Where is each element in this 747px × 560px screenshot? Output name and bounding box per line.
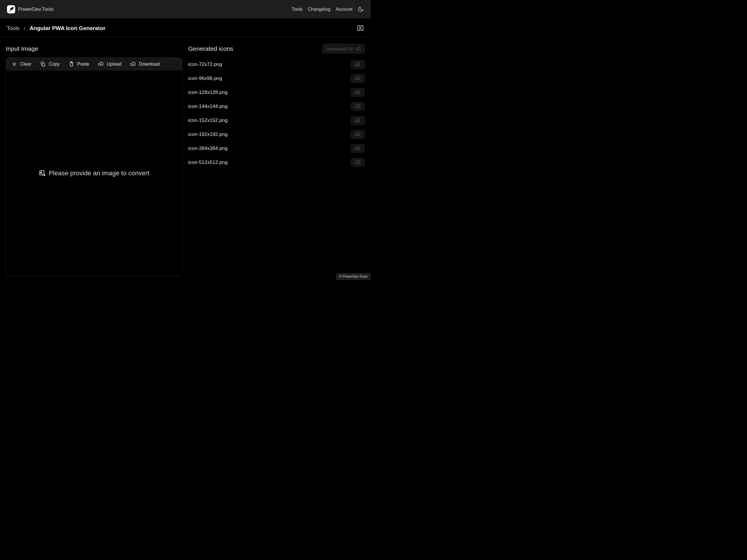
breadcrumb: Tools Angular PWA Icon Generator xyxy=(7,25,105,31)
generated-item-name: icon-144x144.png xyxy=(188,104,228,109)
wrench-icon xyxy=(8,6,14,12)
download-button[interactable]: Download xyxy=(130,61,160,67)
input-column: Input Image Clear Copy Paste Upload xyxy=(6,43,182,276)
generated-item-name: icon-152x152.png xyxy=(188,117,228,123)
download-zip-label: Download ZIP xyxy=(326,46,353,51)
cloud-download-icon xyxy=(355,145,361,151)
footer-badge: © PowerDev.Tools xyxy=(336,273,370,280)
image-download-icon xyxy=(39,170,46,177)
generated-item-name: icon-384x384.png xyxy=(188,145,228,151)
cloud-upload-icon xyxy=(98,61,104,67)
upload-label: Upload xyxy=(107,61,122,67)
upload-button[interactable]: Upload xyxy=(98,61,122,67)
clear-button[interactable]: Clear xyxy=(11,61,31,67)
paste-icon xyxy=(69,61,74,67)
download-item-button[interactable] xyxy=(351,88,365,97)
cloud-download-icon xyxy=(355,104,361,109)
cloud-download-icon xyxy=(355,160,361,165)
input-card: Clear Copy Paste Upload Download xyxy=(6,57,182,276)
input-heading-row: Input Image xyxy=(6,43,182,55)
book-icon[interactable] xyxy=(357,25,364,32)
x-icon xyxy=(11,61,17,67)
download-item-button[interactable] xyxy=(351,144,365,153)
paste-label: Paste xyxy=(77,61,89,67)
breadcrumb-bar: Tools Angular PWA Icon Generator xyxy=(1,20,370,37)
download-item-button[interactable] xyxy=(351,116,365,125)
generated-row: icon-128x128.png xyxy=(188,85,365,100)
download-label: Download xyxy=(139,61,160,67)
cloud-download-icon xyxy=(355,76,361,81)
download-zip-button[interactable]: Download ZIP xyxy=(322,44,365,54)
input-title: Input Image xyxy=(6,45,38,52)
generated-item-name: icon-96x96.png xyxy=(188,76,222,81)
chevron-right-icon xyxy=(23,26,27,30)
cloud-download-icon xyxy=(355,89,361,96)
brand-name: PowerDev.Tools xyxy=(18,6,54,12)
generated-item-name: icon-72x72.png xyxy=(188,61,222,68)
cloud-download-icon xyxy=(130,61,136,67)
generated-row: icon-384x384.png xyxy=(188,141,365,156)
generated-row: icon-144x144.png xyxy=(188,100,365,113)
moon-icon[interactable] xyxy=(358,6,364,12)
paste-button[interactable]: Paste xyxy=(69,61,89,67)
copy-button[interactable]: Copy xyxy=(40,61,59,67)
download-item-button[interactable] xyxy=(351,158,365,167)
download-item-button[interactable] xyxy=(351,74,365,83)
download-item-button[interactable] xyxy=(351,60,365,69)
generated-list: icon-72x72.pngicon-96x96.pngicon-128x128… xyxy=(188,57,365,169)
cloud-download-icon xyxy=(356,46,361,51)
nav-tools[interactable]: Tools xyxy=(291,7,302,12)
cloud-download-icon xyxy=(355,117,361,123)
copy-icon xyxy=(40,61,46,67)
generated-row: icon-192x192.png xyxy=(188,128,365,141)
generated-heading-row: Generated icons Download ZIP xyxy=(188,43,365,55)
clear-label: Clear xyxy=(20,61,31,67)
generated-row: icon-96x96.png xyxy=(188,72,365,85)
generated-row: icon-512x512.png xyxy=(188,156,365,169)
subbar-wrap: Tools Angular PWA Icon Generator xyxy=(0,18,370,37)
download-item-button[interactable] xyxy=(351,102,365,111)
svg-rect-3 xyxy=(40,170,44,175)
nav-account[interactable]: Account xyxy=(336,7,353,12)
main: Input Image Clear Copy Paste Upload xyxy=(0,37,370,276)
copy-label: Copy xyxy=(49,61,59,67)
cloud-download-icon xyxy=(355,61,361,68)
svg-rect-0 xyxy=(42,63,45,66)
generated-row: icon-72x72.png xyxy=(188,57,365,72)
page-title: Angular PWA Icon Generator xyxy=(29,25,105,31)
generated-item-name: icon-512x512.png xyxy=(188,160,228,165)
input-toolbar: Clear Copy Paste Upload Download xyxy=(6,58,182,71)
app-header: PowerDev.Tools Tools Changelog Account xyxy=(0,0,370,18)
generated-row: icon-152x152.png xyxy=(188,113,365,128)
drop-area[interactable]: Please provide an image to convert xyxy=(6,71,182,276)
brand[interactable]: PowerDev.Tools xyxy=(7,5,54,14)
drop-placeholder: Please provide an image to convert xyxy=(49,169,149,177)
breadcrumb-root[interactable]: Tools xyxy=(7,25,20,31)
generated-item-name: icon-128x128.png xyxy=(188,89,228,96)
generated-title: Generated icons xyxy=(188,45,233,52)
cloud-download-icon xyxy=(355,132,361,137)
nav-changelog[interactable]: Changelog xyxy=(308,7,330,12)
brand-logo xyxy=(7,5,15,14)
nav: Tools Changelog Account xyxy=(291,6,364,12)
generated-item-name: icon-192x192.png xyxy=(188,132,228,137)
download-item-button[interactable] xyxy=(351,130,365,139)
generated-column: Generated icons Download ZIP icon-72x72.… xyxy=(188,43,365,276)
